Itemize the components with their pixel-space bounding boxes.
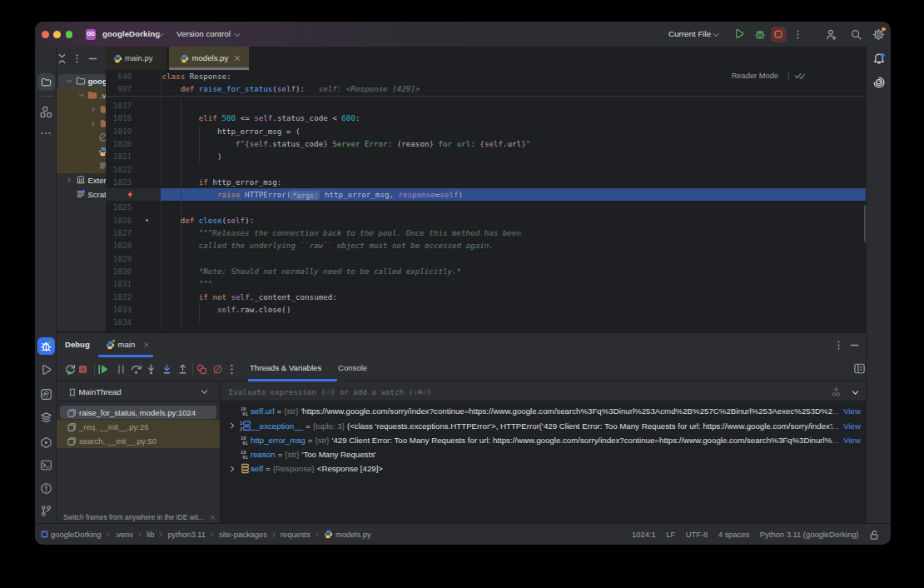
chevron-right-icon[interactable]	[228, 465, 236, 473]
stop-icon[interactable]	[76, 362, 89, 376]
terminal-icon[interactable]	[40, 459, 52, 471]
evaluate-expression-bar[interactable]: Evaluate expression (⏎) or add a watch (…	[221, 382, 866, 401]
variable-row[interactable]: 1001reason={str}'Too Many Requests'	[221, 447, 866, 461]
run-config-selector[interactable]: Current File	[668, 22, 711, 47]
run-icon[interactable]	[733, 28, 745, 40]
close-icon[interactable]	[209, 514, 216, 521]
python-interpreter[interactable]: Python 3.11 (googleDorking)	[760, 530, 859, 539]
view-link[interactable]: View	[843, 433, 861, 447]
traffic-zoom-button[interactable]	[66, 31, 73, 38]
chevron-down[interactable]	[200, 387, 209, 396]
reader-mode-label[interactable]: Reader Mode	[732, 72, 778, 80]
breadcrumb-item[interactable]: site-packages	[219, 530, 267, 539]
collapse-all-icon[interactable]	[57, 53, 67, 64]
variable-row[interactable]: 12__exception__={tuple: 3}(<class 'reque…	[221, 419, 866, 433]
breadcrumb-item[interactable]: models.py	[335, 530, 371, 539]
debug-session-tab[interactable]: main	[98, 333, 153, 356]
close-icon[interactable]	[142, 341, 151, 349]
chevron-down[interactable]	[851, 388, 860, 397]
project-tool-button[interactable]	[37, 73, 55, 91]
chevron-right-icon[interactable]	[90, 106, 97, 112]
line-ending[interactable]: LF	[666, 530, 675, 539]
chevron-down-icon[interactable]	[78, 92, 85, 98]
variable-row[interactable]: self={Response}<Response [429]>	[221, 461, 866, 476]
traffic-close-button[interactable]	[42, 31, 49, 38]
layout-settings-icon[interactable]	[853, 362, 867, 376]
version-control-icon[interactable]	[40, 505, 52, 517]
inspections-ok-icon[interactable]	[794, 70, 805, 81]
python-packages-icon[interactable]	[40, 388, 52, 401]
tab-models-py[interactable]: models.py	[169, 47, 250, 70]
notifications-icon[interactable]	[872, 52, 886, 66]
view-link[interactable]: View	[843, 419, 861, 433]
breadcrumb-item[interactable]: .venv	[115, 530, 133, 539]
breadcrumb-item[interactable]: lib	[147, 530, 154, 539]
frame-row[interactable]: _req, __init__.py:26	[57, 420, 220, 434]
more-icon[interactable]	[225, 362, 238, 376]
run-anything-icon[interactable]	[40, 436, 52, 449]
tree-item[interactable]	[57, 117, 106, 131]
step-over-icon[interactable]	[130, 362, 143, 376]
breadcrumb-item[interactable]: python3.11	[167, 530, 206, 539]
thread-selector[interactable]: MainThread	[57, 382, 220, 401]
run-icon[interactable]	[40, 364, 52, 376]
frame-row[interactable]: search, __init__.py:50	[57, 434, 220, 448]
step-out-icon[interactable]	[176, 362, 189, 376]
file-encoding[interactable]: UTF-8	[686, 530, 708, 539]
editor-pane[interactable]: 640class Response:997 def raise_for_stat…	[106, 70, 866, 330]
tree-item-external-libraries[interactable]: External Libraries	[57, 173, 106, 187]
variable-row[interactable]: 1001http_error_msg={str}'429 Client Erro…	[221, 433, 866, 447]
view-link[interactable]: View	[843, 404, 861, 418]
variable-row[interactable]: 1001self.url={str}'https://www.google.co…	[221, 404, 866, 418]
view-breakpoints-icon[interactable]	[196, 362, 209, 376]
debug-tool-button[interactable]	[37, 337, 55, 355]
problems-icon[interactable]	[40, 482, 52, 495]
debug-tab-threads-variables[interactable]: Threads & Variables	[250, 356, 321, 380]
chevron-right-icon[interactable]	[228, 421, 236, 430]
structure-icon[interactable]	[40, 106, 52, 118]
project-selector[interactable]: googleDorking	[102, 22, 160, 47]
editor-scrollbar[interactable]	[864, 205, 866, 242]
frame-row[interactable]: raise_for_status, models.py:1024	[57, 406, 220, 420]
unlocked-icon[interactable]	[869, 530, 879, 540]
tree-item--venv[interactable]: .venv	[57, 88, 106, 102]
more-tool-windows-button[interactable]	[39, 130, 52, 137]
breadcrumb-item[interactable]: googleDorking	[51, 530, 101, 539]
force-step-into-icon[interactable]	[161, 362, 174, 376]
services-icon[interactable]	[40, 411, 52, 424]
tree-item-googledorking[interactable]: googleDorking	[57, 74, 106, 88]
stop-button[interactable]	[771, 27, 787, 42]
settings-icon[interactable]	[872, 28, 885, 41]
pause-icon[interactable]	[114, 362, 127, 376]
chevron-right-icon[interactable]	[90, 120, 97, 127]
more-icon[interactable]	[792, 29, 803, 40]
hide-icon[interactable]	[849, 340, 860, 351]
indent-style[interactable]: 4 spaces	[718, 530, 750, 539]
chevron-down-icon[interactable]	[66, 77, 72, 84]
step-into-icon[interactable]	[145, 362, 158, 376]
hide-icon[interactable]	[87, 53, 98, 64]
code-with-me-icon[interactable]	[826, 28, 838, 41]
chevron-right-icon[interactable]	[66, 177, 72, 183]
breadcrumb-item[interactable]: requests	[281, 530, 310, 539]
traffic-minimize-button[interactable]	[53, 31, 61, 38]
options-icon[interactable]	[72, 53, 82, 64]
bug-icon[interactable]	[754, 28, 766, 40]
tree-item[interactable]	[57, 145, 106, 159]
resume-icon[interactable]	[96, 362, 109, 376]
add-watch-icon[interactable]	[831, 386, 842, 397]
vcs-menu[interactable]: Version control	[176, 22, 231, 47]
tree-item[interactable]	[57, 131, 106, 145]
options-icon[interactable]	[833, 340, 844, 351]
mute-breakpoints-icon[interactable]	[211, 362, 224, 376]
caret-position[interactable]: 1024:1	[632, 530, 656, 539]
tree-item[interactable]	[57, 102, 106, 117]
tree-item[interactable]	[57, 159, 106, 173]
debug-tab-console[interactable]: Console	[338, 356, 367, 380]
tree-item-scratches-and-consoles[interactable]: Scratches and Consoles	[57, 187, 106, 202]
tab-main-py[interactable]: main.py	[106, 47, 166, 70]
ai-assistant-icon[interactable]	[872, 76, 886, 89]
search-icon[interactable]	[850, 28, 862, 41]
rerun-icon[interactable]	[63, 362, 77, 376]
close-icon[interactable]	[233, 54, 241, 62]
